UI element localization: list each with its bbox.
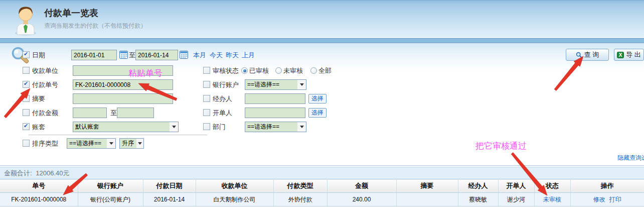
person-avatar-icon	[13, 4, 38, 38]
quick-link-yesterday[interactable]: 昨天	[226, 50, 239, 61]
date-from-input[interactable]	[71, 50, 117, 60]
annotation-paste-order-no: 粘贴单号	[128, 67, 163, 79]
annotation-approve-it: 把它审核通过	[475, 140, 527, 152]
account-set-dropdown-value: 默认账套	[73, 122, 170, 132]
filter-section-divider	[29, 135, 207, 135]
cell-payee: 白天鹅制作公司	[196, 193, 273, 206]
cell-payment-type: 外协付款	[273, 193, 327, 206]
payee-label: 收款单位	[32, 65, 58, 76]
col-header-payment-type: 付款类型	[273, 179, 327, 193]
amount-total-label: 金额合计:	[4, 169, 32, 177]
audit-approved-label: 已审核	[249, 65, 269, 76]
date-label: 日期	[32, 50, 45, 61]
department-dropdown[interactable]: ==请选择==	[245, 122, 306, 132]
table-row: FK-201601-0000008 银行(公司账户) 2016-01-14 白天…	[0, 193, 644, 206]
modify-link[interactable]: 修改	[593, 196, 605, 203]
date-checkbox[interactable]	[23, 51, 30, 58]
account-set-dropdown[interactable]: 默认账套	[73, 122, 179, 132]
operator-checkbox[interactable]	[203, 95, 210, 102]
filter-row-paymentno-bank: 付款单号 银行账户 ==请选择==	[0, 79, 644, 90]
summary-checkbox[interactable]	[23, 95, 30, 102]
col-header-status: 状态	[534, 179, 570, 193]
col-header-bank-account: 银行账户	[78, 179, 143, 193]
sort-type-label: 排序类型	[32, 138, 58, 149]
department-label: 部门	[213, 122, 226, 133]
drawer-label: 开单人	[213, 108, 232, 119]
sort-type-dropdown[interactable]: ==请选择==	[67, 138, 116, 149]
amount-from-input[interactable]	[73, 108, 107, 118]
department-dropdown-value: ==请选择==	[245, 122, 297, 132]
operator-input[interactable]	[245, 93, 305, 104]
drawer-input[interactable]	[245, 108, 305, 118]
excel-icon: X	[617, 52, 624, 58]
cell-bank-account: 银行(公司账户)	[78, 193, 143, 206]
sort-type-checkbox[interactable]	[23, 140, 30, 147]
amount-checkbox[interactable]	[23, 109, 30, 116]
sort-order-dropdown-value: 升序	[120, 139, 136, 148]
drawer-select-button[interactable]: 选择	[308, 108, 327, 118]
chevron-down-icon[interactable]	[107, 139, 115, 148]
sort-type-dropdown-value: ==请选择==	[67, 139, 107, 148]
filter-row-accountset-department: 账套 默认账套 部门 ==请选择==	[0, 122, 644, 133]
audit-approved-radio[interactable]	[241, 67, 248, 74]
page-title: 付款单一览表	[44, 7, 98, 19]
bank-account-label: 银行账户	[213, 79, 239, 90]
col-header-operator: 经办人	[458, 179, 498, 193]
quick-link-this-month[interactable]: 本月	[193, 50, 206, 61]
bank-account-checkbox[interactable]	[203, 81, 210, 88]
col-header-amount: 金额	[327, 179, 396, 193]
payment-no-input[interactable]	[73, 79, 173, 90]
col-header-payee: 收款单位	[196, 179, 273, 193]
svg-text:X: X	[619, 52, 622, 58]
account-set-label: 账套	[32, 122, 45, 133]
page-subtitle: 查询当期发生的付款（不包括预付款）	[44, 22, 146, 30]
payment-no-label: 付款单号	[32, 79, 58, 90]
quick-link-last-month[interactable]: 上月	[242, 50, 255, 61]
cell-payment-date: 2016-01-14	[143, 193, 196, 206]
department-checkbox[interactable]	[203, 123, 210, 130]
amount-label: 付款金额	[32, 108, 58, 119]
payment-no-checkbox[interactable]	[23, 81, 30, 88]
amount-total-bar: 金额合计: 12006.40元	[0, 167, 644, 179]
audit-unapproved-radio[interactable]	[275, 67, 282, 74]
page-header: 付款单一览表 查询当期发生的付款（不包括预付款）	[0, 0, 644, 38]
col-header-summary: 摘要	[396, 179, 458, 193]
audit-status-checkbox[interactable]	[203, 67, 210, 74]
header-divider-band	[0, 38, 644, 43]
hide-query-options-link[interactable]: 隐藏查询选项	[617, 154, 644, 162]
date-to-input[interactable]	[135, 50, 178, 60]
chevron-down-icon[interactable]	[136, 139, 143, 148]
operator-label: 经办人	[213, 93, 232, 105]
status-unapproved-link[interactable]: 未审核	[543, 196, 561, 203]
drawer-checkbox[interactable]	[203, 109, 210, 116]
export-button-label: 导 出	[626, 50, 641, 59]
bank-account-dropdown[interactable]: ==请选择==	[245, 79, 306, 90]
account-set-checkbox[interactable]	[23, 123, 30, 130]
calendar-icon[interactable]	[180, 51, 188, 61]
sort-order-dropdown[interactable]: 升序	[119, 138, 144, 149]
cell-drawer: 谢少河	[498, 193, 534, 206]
amount-to-input[interactable]	[117, 108, 154, 118]
print-link[interactable]: 打印	[609, 196, 621, 203]
operator-select-button[interactable]: 选择	[308, 94, 327, 104]
calendar-icon[interactable]	[119, 51, 128, 61]
export-button[interactable]: X 导 出	[614, 49, 644, 61]
summary-input[interactable]	[73, 93, 173, 104]
col-header-actions: 操作	[570, 179, 644, 193]
chevron-down-icon[interactable]	[170, 122, 178, 132]
payee-checkbox[interactable]	[23, 67, 30, 74]
filter-row-payee-audit: 收款单位 审核状态 已审核 未审核 全部	[0, 65, 644, 76]
amount-range-separator: 至	[110, 108, 117, 119]
chevron-down-icon[interactable]	[297, 80, 306, 89]
chevron-down-icon[interactable]	[297, 122, 306, 132]
query-button[interactable]: 查 询	[566, 49, 609, 61]
audit-all-radio[interactable]	[310, 67, 317, 74]
cell-actions: 修改打印	[570, 193, 644, 206]
quick-link-today[interactable]: 今天	[210, 50, 223, 61]
audit-status-label: 审核状态	[213, 65, 239, 76]
col-header-payment-date: 付款日期	[143, 179, 196, 193]
date-range-separator: 至	[129, 50, 135, 61]
col-header-order-no: 单号	[0, 179, 78, 193]
filter-row-date: 日期 至 本月 今天 昨天 上月	[0, 50, 644, 61]
filter-row-amount-drawer: 付款金额 至 开单人 选择	[0, 108, 644, 119]
